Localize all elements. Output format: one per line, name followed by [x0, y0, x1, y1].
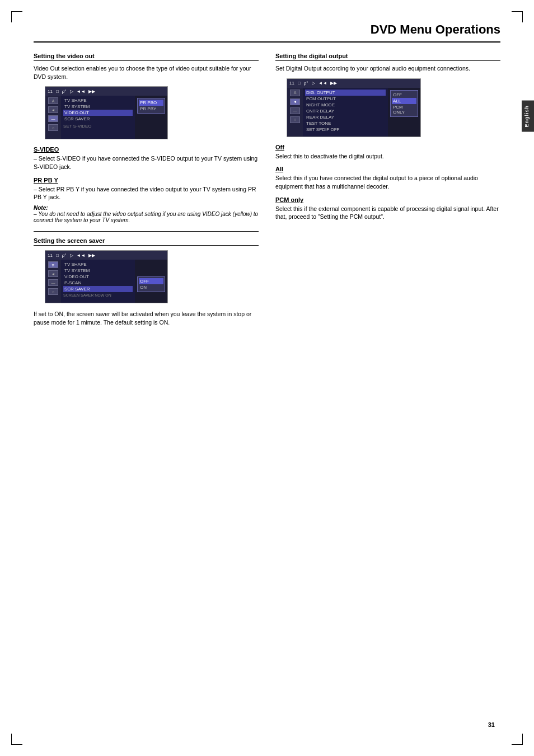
- do-menu-test-tone: TEST TONE: [305, 120, 386, 126]
- do-menu-cntr-delay: CNTR DELAY: [305, 108, 386, 114]
- note-text: – You do not need to adjust the video ou…: [34, 211, 258, 223]
- do-menu-rear-delay: REAR DELAY: [305, 114, 386, 120]
- menu-left-icons-video: A ◄ — ○: [45, 96, 61, 139]
- menu-top-bar-scrsaver: 11 □ ρ° ▷ ◄◄ ▶▶: [45, 251, 167, 260]
- do-icon-selected: ◄: [290, 98, 300, 105]
- ss-top-icon-6: ▶▶: [88, 253, 95, 258]
- menu-content-video: A ◄ — ○ TV SHAPE TV SYSTEM VIDEO OUT SCR…: [45, 96, 167, 139]
- icon-a: A: [48, 97, 58, 104]
- menu-popup-digital: OFF ALL PCM ONLY: [390, 90, 418, 117]
- do-menu-dig-output: DIG. OUTPUT: [305, 90, 386, 96]
- off-body: Select this to deactivate the digital ou…: [275, 152, 500, 161]
- ss-menu-bottom: SCREEN SAVER NOW ON: [63, 293, 133, 297]
- pcm-only-heading: PCM only: [275, 196, 500, 203]
- popup-pr-pbo: PR PBO: [139, 100, 163, 106]
- ss-top-icon-5: ◄◄: [77, 253, 86, 258]
- menu-item-tv-shape: TV SHAPE: [63, 97, 133, 104]
- ss-popup-off: OFF: [139, 278, 163, 284]
- do-top-icon-1: 11: [289, 81, 294, 86]
- popup-pr-pby: PR PBY: [139, 106, 163, 112]
- all-body: Select this if you have connected the di…: [275, 174, 500, 190]
- video-out-body: Video Out selection enables you to choos…: [34, 64, 259, 81]
- english-tab: English: [522, 101, 534, 132]
- ss-top-icon-3: ρ°: [62, 253, 67, 258]
- menu-top-bar-video: 11 □ ρ° ▷ ◄◄ ▶▶: [45, 87, 167, 96]
- two-col-layout: Setting the video out Video Out selectio…: [34, 53, 500, 332]
- do-icon-a: A: [290, 90, 300, 96]
- do-top-icon-5: ◄◄: [318, 81, 327, 86]
- pcm-only-body: Select this if the external component is…: [275, 205, 500, 221]
- menu-item-video-out: VIDEO OUT: [63, 110, 133, 116]
- do-menu-set-spdif: SET SPDIF OFF: [305, 126, 386, 133]
- menu-left-icons-digital: A ◄ — ○: [287, 88, 303, 137]
- do-menu-night-mode: NIGHT MODE: [305, 102, 386, 108]
- digital-output-menu-image: 11 □ ρ° ▷ ◄◄ ▶▶ A ◄ — ○ DIG. OUTPUT: [287, 78, 421, 137]
- menu-popup-scrsaver: OFF ON: [137, 276, 165, 292]
- s-video-body: – Select S-VIDEO if you have connected t…: [34, 154, 259, 171]
- top-icon-2: □: [56, 89, 59, 94]
- menu-bottom-item: SET S-VIDEO: [63, 124, 133, 129]
- ss-menu-item-p-scan: P-SCAN: [63, 280, 133, 286]
- ss-icon-dash: —: [48, 279, 58, 286]
- s-video-heading: S-VIDEO: [34, 146, 259, 153]
- digital-output-heading: Setting the digital output: [275, 53, 500, 61]
- menu-center-scrsaver: TV SHAPE TV SYSTEM VIDEO OUT P-SCAN SCR …: [61, 260, 135, 303]
- menu-left-icons-scrsaver: π ◄ — ○: [45, 260, 61, 303]
- do-top-icon-6: ▶▶: [330, 81, 337, 86]
- menu-popup-video: PR PBO PR PBY: [137, 98, 165, 114]
- page-container: English DVD Menu Operations Setting the …: [0, 0, 534, 756]
- do-icon-circle: ○: [290, 116, 300, 123]
- do-icon-dash: —: [290, 107, 300, 114]
- ss-icon-pi: π: [48, 261, 58, 268]
- ss-popup-on: ON: [139, 284, 163, 290]
- icon-circle: ○: [48, 124, 58, 131]
- icon-selected: —: [48, 115, 58, 122]
- note-block: Note: – You do not need to adjust the vi…: [34, 205, 259, 223]
- do-popup-pcm-only: PCM ONLY: [392, 104, 416, 115]
- corner-mark-br: [512, 734, 523, 745]
- pr-pby-heading: PR PB Y: [34, 177, 259, 184]
- page-title: DVD Menu Operations: [34, 22, 500, 43]
- screen-saver-body: If set to ON, the screen saver will be a…: [34, 310, 259, 326]
- ss-top-icon-4: ▷: [70, 253, 73, 258]
- do-popup-all: ALL: [392, 98, 416, 104]
- do-popup-off: OFF: [392, 92, 416, 98]
- ss-menu-item-tv-system: TV SYSTEM: [63, 267, 133, 274]
- corner-mark-tr: [512, 11, 523, 22]
- menu-center-digital: DIG. OUTPUT PCM OUTPUT NIGHT MODE CNTR D…: [303, 88, 388, 137]
- corner-mark-bl: [11, 734, 22, 745]
- section-separator: [34, 231, 259, 232]
- video-out-heading: Setting the video out: [34, 53, 259, 61]
- top-icon-4: ▷: [70, 89, 73, 94]
- ss-menu-item-tv-shape: TV SHAPE: [63, 261, 133, 267]
- ss-icon-back: ◄: [48, 270, 58, 277]
- pr-pby-body: – Select PR PB Y if you have connected t…: [34, 185, 259, 201]
- menu-top-bar-digital: 11 □ ρ° ▷ ◄◄ ▶▶: [287, 79, 420, 88]
- do-top-icon-2: □: [298, 81, 301, 86]
- video-out-menu-image: 11 □ ρ° ▷ ◄◄ ▶▶ A ◄ — ○ TV SHAPE: [45, 86, 168, 139]
- screen-saver-heading: Setting the screen saver: [34, 237, 259, 246]
- screen-saver-menu-image: 11 □ ρ° ▷ ◄◄ ▶▶ π ◄ — ○: [45, 250, 168, 303]
- all-heading: All: [275, 166, 500, 172]
- digital-output-body: Set Digital Output according to your opt…: [275, 64, 500, 73]
- top-icon-5: ◄◄: [77, 89, 86, 94]
- menu-item-tv-system: TV SYSTEM: [63, 104, 133, 110]
- menu-item-scr-saver: SCR SAVER: [63, 116, 133, 122]
- corner-mark-tl: [11, 11, 22, 22]
- do-top-icon-3: ρ°: [304, 81, 308, 86]
- screen-saver-section: Setting the screen saver 11 □ ρ° ▷ ◄◄ ▶▶…: [34, 237, 259, 326]
- ss-top-icon-1: 11: [48, 253, 53, 258]
- ss-top-icon-2: □: [56, 253, 59, 258]
- menu-content-digital: A ◄ — ○ DIG. OUTPUT PCM OUTPUT NIGHT MOD…: [287, 88, 420, 137]
- ss-menu-item-video-out: VIDEO OUT: [63, 274, 133, 280]
- right-column: Setting the digital output Set Digital O…: [275, 53, 500, 332]
- note-label: Note:: [34, 205, 48, 211]
- left-column: Setting the video out Video Out selectio…: [34, 53, 259, 332]
- ss-menu-item-scr-saver: SCR SAVER: [63, 286, 133, 292]
- menu-center-video: TV SHAPE TV SYSTEM VIDEO OUT SCR SAVER S…: [61, 96, 135, 139]
- top-icon-3: ρ°: [62, 89, 67, 94]
- do-top-icon-4: ▷: [312, 81, 315, 86]
- ss-icon-circle: ○: [48, 288, 58, 295]
- page-number: 31: [488, 721, 495, 728]
- menu-content-scrsaver: π ◄ — ○ TV SHAPE TV SYSTEM VIDEO OUT P-S…: [45, 260, 167, 303]
